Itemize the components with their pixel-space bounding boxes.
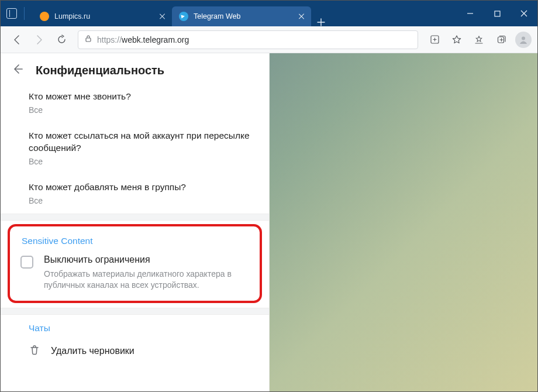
row-delete-drafts[interactable]: Удалить черновики	[1, 338, 269, 369]
row-disable-restrictions[interactable]: Выключить ограничения Отображать материа…	[17, 255, 253, 291]
tab-overview-icon[interactable]	[6, 8, 17, 19]
divider	[24, 7, 25, 20]
lock-icon	[84, 35, 92, 44]
favorites-list-icon[interactable]	[468, 29, 489, 50]
section-title-sensitive: Sensitive Content	[17, 233, 253, 255]
tab-lumpics[interactable]: Lumpics.ru	[33, 6, 172, 26]
setting-label: Кто может ссылаться на мой аккаунт при п…	[29, 130, 256, 154]
setting-who-can-link[interactable]: Кто может ссылаться на мой аккаунт при п…	[1, 123, 269, 174]
highlight-sensitive-content: Sensitive Content Выключить ограничения …	[8, 224, 262, 304]
url-input[interactable]: https://webk.telegram.org	[78, 30, 418, 49]
browser-window: Lumpics.ru Telegram Web	[0, 0, 538, 392]
refresh-button[interactable]	[51, 29, 72, 50]
tab-telegram[interactable]: Telegram Web	[172, 6, 311, 26]
setting-value: Все	[29, 157, 256, 166]
close-icon[interactable]	[298, 13, 305, 20]
toolbar-right	[424, 29, 532, 50]
setting-who-can-add-groups[interactable]: Кто может добавлять меня в группы? Все	[1, 174, 269, 214]
favicon-telegram	[179, 12, 188, 21]
new-tab-button[interactable]	[311, 18, 331, 26]
page-title: Конфиденциальность	[36, 64, 164, 77]
checkbox-description: Отображать материалы деликатного характе…	[44, 269, 249, 291]
forward-button[interactable]	[29, 29, 50, 50]
tab-title: Lumpics.ru	[54, 12, 156, 20]
collections-icon[interactable]	[491, 29, 512, 50]
url-protocol: https://	[97, 35, 122, 44]
address-bar: https://webk.telegram.org	[1, 26, 537, 53]
back-button[interactable]	[6, 29, 27, 50]
svg-point-4	[522, 36, 525, 40]
page-content: Конфиденциальность Кто может мне звонить…	[1, 53, 537, 391]
tab-strip: Lumpics.ru Telegram Web	[33, 1, 457, 26]
minimize-button[interactable]	[457, 1, 484, 26]
favicon-lumpics	[40, 12, 49, 21]
delete-drafts-label: Удалить черновики	[51, 346, 134, 356]
setting-label: Кто может добавлять меня в группы?	[29, 181, 256, 194]
section-title-chats: Чаты	[1, 315, 269, 338]
favorite-star-icon[interactable]	[446, 29, 467, 50]
svg-rect-0	[495, 11, 500, 16]
pane-header: Конфиденциальность	[1, 53, 269, 84]
close-icon[interactable]	[159, 13, 166, 20]
back-arrow-icon[interactable]	[11, 63, 24, 78]
url-text: https://webk.telegram.org	[97, 35, 189, 44]
window-controls	[457, 1, 537, 26]
maximize-button[interactable]	[484, 1, 511, 26]
checkbox-label: Выключить ограничения	[44, 255, 249, 265]
tab-actions-area	[1, 1, 33, 26]
close-window-button[interactable]	[511, 1, 537, 26]
section-divider	[1, 214, 269, 221]
profile-avatar[interactable]	[515, 32, 532, 48]
trash-icon	[29, 344, 40, 358]
checkbox-disable-restrictions[interactable]	[20, 256, 33, 269]
setting-value: Все	[29, 196, 256, 205]
url-host: webk.telegram.org	[122, 35, 189, 44]
app-install-icon[interactable]	[424, 29, 445, 50]
svg-rect-1	[86, 38, 91, 42]
setting-who-can-call[interactable]: Кто может мне звонить? Все	[1, 84, 269, 123]
chat-background	[270, 53, 537, 391]
section-divider	[1, 308, 269, 315]
tab-title: Telegram Web	[194, 12, 295, 20]
settings-pane: Конфиденциальность Кто может мне звонить…	[1, 53, 270, 391]
setting-label: Кто может мне звонить?	[29, 91, 256, 103]
titlebar: Lumpics.ru Telegram Web	[1, 1, 537, 26]
setting-value: Все	[29, 105, 256, 115]
